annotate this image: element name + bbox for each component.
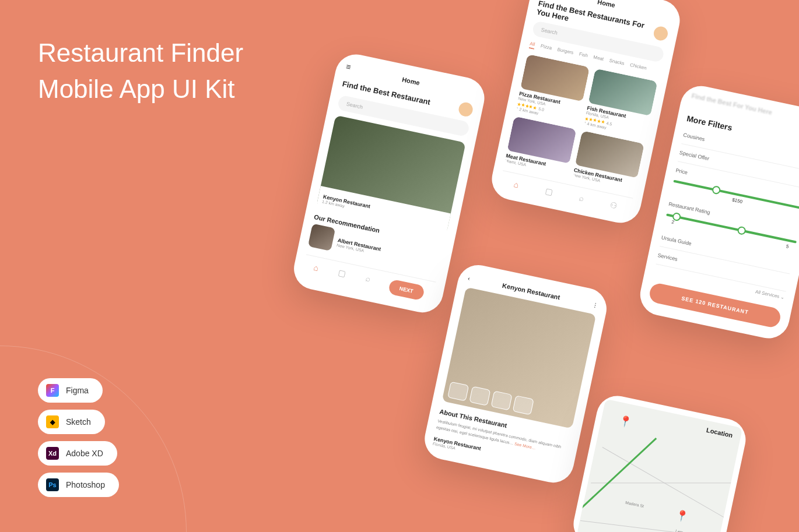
tool-label: Adobe XD xyxy=(66,449,103,458)
home-icon[interactable]: ⌂ xyxy=(513,179,520,189)
avatar[interactable] xyxy=(653,25,669,41)
map-icon[interactable]: ▢ xyxy=(544,186,553,196)
restaurant-card[interactable]: Chicken Restaurant New York, USA xyxy=(573,131,644,190)
gallery-thumb[interactable] xyxy=(469,386,490,406)
all-services[interactable]: All Services xyxy=(755,289,780,299)
chevron-down-icon: ⌄ xyxy=(780,294,786,300)
phone-filters: Find the Best For You Here More Filters … xyxy=(636,82,799,342)
xd-icon: Xd xyxy=(46,447,59,460)
tool-label: Sketch xyxy=(66,417,91,427)
tool-label: Photoshop xyxy=(66,480,105,489)
tab-burgers[interactable]: Burgers xyxy=(556,47,574,58)
next-button[interactable]: NEXT xyxy=(388,279,425,301)
restaurant-card[interactable]: Pizza Restaurant New York, USA ★★★★★ 5.0… xyxy=(516,54,590,124)
more-icon[interactable]: ⋮ xyxy=(592,301,599,309)
map-view[interactable]: Location 📍 📍 Madera St Lemon Grove Ave xyxy=(577,399,743,532)
tab-chicken[interactable]: Chicken xyxy=(629,62,647,73)
figma-icon: F xyxy=(46,384,59,397)
map-icon[interactable]: ▢ xyxy=(336,268,346,284)
hero-title: Restaurant Finder Mobile App UI Kit xyxy=(38,35,243,107)
tool-sketch: ◆ Sketch xyxy=(38,410,105,434)
gallery-thumb[interactable] xyxy=(447,382,469,401)
tools-list: F Figma ◆ Sketch Xd Adobe XD Ps Photosho… xyxy=(38,378,119,497)
tab-pizza[interactable]: Pizza xyxy=(539,43,552,53)
location-title: Location xyxy=(706,427,733,439)
profile-icon[interactable]: ⚇ xyxy=(609,200,618,210)
pin-icon: 📍 xyxy=(618,414,633,429)
phone-home-grid: Home Find the Best Restaurants For You H… xyxy=(488,0,684,227)
road-label: Lemon Grove Ave xyxy=(675,529,707,532)
tab-fish[interactable]: Fish xyxy=(578,51,588,61)
tool-photoshop: Ps Photoshop xyxy=(38,473,119,497)
tool-label: Figma xyxy=(66,386,89,395)
card-rating: 5.0 xyxy=(538,107,545,112)
see-restaurants-button[interactable]: SEE 120 RESTAURANT xyxy=(648,282,782,329)
home-icon[interactable]: ⌂ xyxy=(311,263,320,279)
avatar[interactable] xyxy=(457,101,474,118)
phone-map: Location 📍 📍 Madera St Lemon Grove Ave xyxy=(570,392,749,532)
ps-icon: Ps xyxy=(46,478,59,491)
reco-thumb xyxy=(308,224,335,251)
search-icon[interactable]: ⌕ xyxy=(578,193,584,203)
road-label: Madera St xyxy=(625,501,644,509)
gallery-thumb[interactable] xyxy=(513,395,534,415)
tab-meat[interactable]: Meat xyxy=(593,54,604,64)
restaurant-card[interactable]: Meat Restaurant Miami, USA xyxy=(504,116,576,175)
phone-detail: ‹ Kenyon Restaurant ⋮ About This Restaur… xyxy=(421,261,611,487)
detail-hero-image xyxy=(442,287,597,429)
tool-adobe-xd: Xd Adobe XD xyxy=(38,441,117,466)
back-icon[interactable]: ‹ xyxy=(467,275,471,281)
card-rating: 4.5 xyxy=(606,121,612,126)
pin-icon: 📍 xyxy=(674,508,689,523)
gallery-thumb[interactable] xyxy=(490,390,512,410)
sketch-icon: ◆ xyxy=(46,415,59,428)
search-icon[interactable]: ⌕ xyxy=(363,274,371,290)
rating-max: 5 xyxy=(786,244,789,249)
restaurant-card[interactable]: Fish Restaurant Florida, USA ★★★★★ 4.5 1… xyxy=(583,69,657,138)
featured-image[interactable]: Kenyon Restaurant 1.2 km away xyxy=(316,115,465,234)
tab-snacks[interactable]: Snacks xyxy=(608,58,625,68)
tab-all[interactable]: All xyxy=(529,41,535,50)
phone-home-simple: ≡ Home Find the Best Restaurant Search K… xyxy=(290,51,488,316)
tool-figma: F Figma xyxy=(38,378,103,403)
